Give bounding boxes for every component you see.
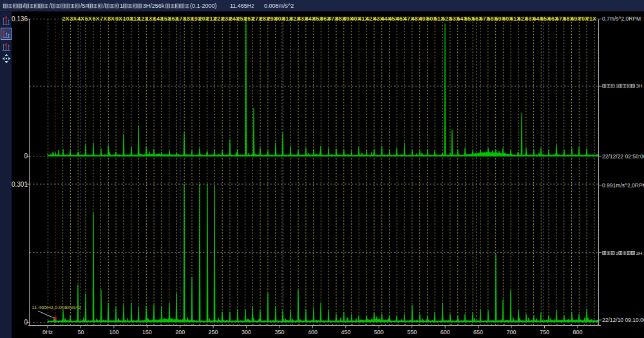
svg-text:0Hz: 0Hz	[43, 329, 53, 335]
svg-text:1: 1	[616, 250, 619, 256]
svg-text:0.008m/s^2: 0.008m/s^2	[264, 3, 294, 9]
svg-text:0.301: 0.301	[12, 181, 28, 188]
svg-text:0.7m/s^2,0RPM: 0.7m/s^2,0RPM	[602, 15, 641, 22]
svg-text:0: 0	[24, 319, 28, 326]
svg-text:500: 500	[374, 329, 384, 335]
svg-text:600: 600	[440, 329, 450, 335]
svg-text:4X: 4X	[77, 15, 84, 22]
svg-text:100: 100	[109, 329, 118, 335]
svg-text:11.465Hz,0.008m/s^2: 11.465Hz,0.008m/s^2	[32, 305, 82, 310]
svg-text:5X: 5X	[85, 15, 92, 22]
svg-text:300: 300	[242, 329, 251, 335]
svg-text:400: 400	[308, 329, 317, 335]
svg-text:6X: 6X	[93, 15, 100, 22]
svg-text:7X: 7X	[100, 15, 107, 22]
svg-text:11.465Hz: 11.465Hz	[230, 3, 254, 9]
svg-text:650: 650	[473, 329, 483, 335]
svg-text:150: 150	[142, 329, 152, 335]
svg-text:250: 250	[209, 329, 218, 335]
svg-text:3X: 3X	[70, 15, 77, 22]
svg-text:800: 800	[573, 329, 582, 335]
svg-text:1: 1	[120, 3, 123, 9]
svg-text:/5#: /5#	[80, 3, 89, 9]
svg-text:0.136: 0.136	[12, 15, 28, 23]
svg-text:50: 50	[77, 329, 84, 335]
svg-text:450: 450	[341, 329, 350, 335]
svg-text:550: 550	[407, 329, 417, 335]
svg-text:3H: 3H	[636, 83, 642, 89]
svg-text:200: 200	[175, 329, 185, 335]
svg-text:8X: 8X	[108, 15, 115, 22]
svg-text:(0.1-2000): (0.1-2000)	[190, 3, 217, 9]
svg-text:350: 350	[274, 329, 284, 335]
svg-text:3H: 3H	[636, 250, 642, 256]
svg-text:0: 0	[24, 153, 28, 160]
svg-text:22/12/10 09:10:00: 22/12/10 09:10:00	[602, 317, 644, 323]
svg-text:71X: 71X	[586, 15, 596, 22]
svg-text:700: 700	[506, 329, 516, 335]
svg-text:750: 750	[540, 329, 549, 335]
svg-text:2X: 2X	[62, 15, 69, 22]
svg-text:22/12/22 02:50:00: 22/12/22 02:50:00	[602, 153, 644, 160]
svg-text:0.991m/s^2,0RPM: 0.991m/s^2,0RPM	[602, 182, 644, 189]
svg-text:1: 1	[616, 83, 619, 89]
svg-text:3H/256k: 3H/256k	[143, 3, 165, 9]
svg-text:9X: 9X	[115, 15, 122, 22]
